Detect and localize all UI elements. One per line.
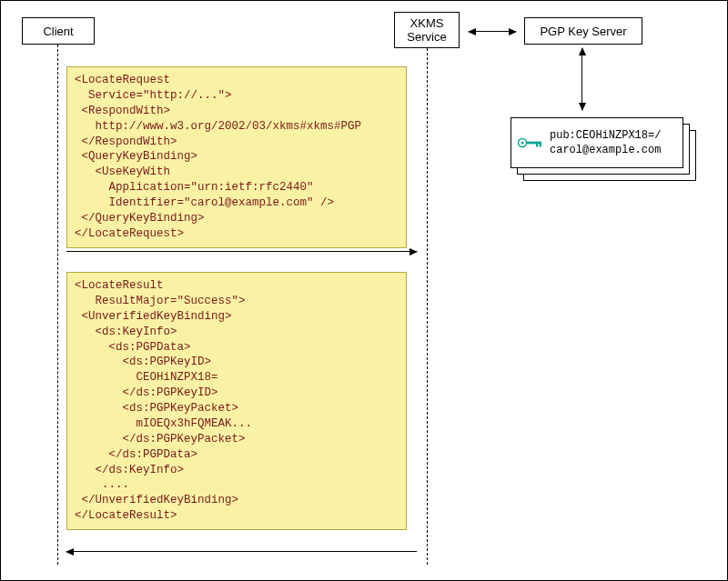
key-icon (517, 136, 544, 149)
lifeline-client (57, 45, 58, 565)
svg-rect-4 (540, 144, 541, 147)
svg-rect-3 (536, 144, 538, 147)
key-entry-text: pub:CEOHiNZPX18=/ carol@example.com (550, 128, 661, 157)
key-entry-line2: carol@example.com (550, 143, 661, 157)
key-entry-line1: pub:CEOHiNZPX18=/ (550, 128, 661, 143)
arrow-response (66, 551, 417, 552)
arrow-request (66, 251, 417, 252)
svg-rect-2 (527, 142, 542, 145)
arrow-xkms-pgp (469, 31, 516, 32)
actor-xkms-service: XKMS Service (394, 12, 460, 48)
actor-pgp-key-server: PGP Key Server (524, 17, 642, 45)
sequence-diagram: Client XKMS Service PGP Key Server pub:C… (0, 0, 728, 581)
locate-request-xml: <LocateRequest Service="http://..."> <Re… (66, 66, 407, 248)
key-entry-card: pub:CEOHiNZPX18=/ carol@example.com (511, 117, 683, 168)
arrow-pgp-to-keys (581, 48, 582, 110)
locate-result-xml: <LocateResult ResultMajor="Success"> <Un… (66, 272, 407, 530)
lifeline-xkms (427, 48, 428, 565)
svg-point-1 (521, 142, 524, 145)
actor-client: Client (22, 17, 95, 45)
